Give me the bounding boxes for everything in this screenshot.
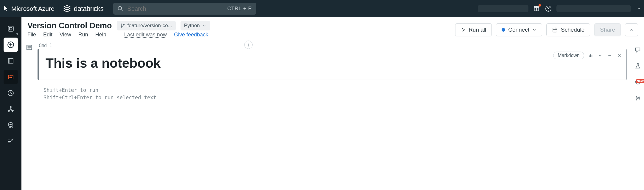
rail-workspace-browser[interactable] <box>4 54 18 68</box>
run-all-button[interactable]: Run all <box>455 23 492 36</box>
flask-icon <box>634 63 641 69</box>
toc-icon <box>26 44 32 51</box>
variables-icon <box>634 95 641 101</box>
databricks-logo[interactable]: databricks <box>63 5 104 13</box>
chevron-down-icon <box>532 28 536 32</box>
comment-icon <box>634 47 641 53</box>
schedule-button[interactable]: Schedule <box>546 23 590 36</box>
cell-minimize-icon[interactable] <box>607 52 613 58</box>
notebook-header: Version Control Demo feature/version-co.… <box>21 17 644 40</box>
rail-compute[interactable] <box>4 118 18 132</box>
add-cell-button[interactable]: ＋ <box>244 41 253 49</box>
connect-label: Connect <box>508 27 529 33</box>
experiments-panel-button[interactable] <box>634 62 642 70</box>
svg-point-20 <box>9 127 10 128</box>
rail-workflows[interactable] <box>4 134 18 149</box>
svg-point-19 <box>9 123 13 124</box>
divider <box>59 4 59 13</box>
run-hints: Shift+Enter to run Shift+Ctrl+Enter to r… <box>43 86 631 101</box>
svg-rect-10 <box>8 58 13 63</box>
new-badge: NEW <box>636 79 644 83</box>
svg-rect-6 <box>8 26 13 31</box>
svg-rect-35 <box>590 54 591 57</box>
notebook-title[interactable]: Version Control Demo <box>27 21 112 30</box>
git-branch-icon <box>120 23 125 28</box>
notification-dot-icon <box>539 4 541 7</box>
product-name: databricks <box>74 5 104 13</box>
azure-topbar: Microsoft Azure databricks CTRL + P <box>0 0 644 17</box>
run-hint-2: Shift+Ctrl+Enter to run selected text <box>43 94 631 101</box>
menu-file[interactable]: File <box>27 32 36 38</box>
svg-point-5 <box>548 10 549 10</box>
menu-help[interactable]: Help <box>95 32 106 38</box>
cell-actions-chevron-icon[interactable] <box>597 52 603 58</box>
svg-marker-18 <box>12 110 13 112</box>
svg-point-22 <box>12 127 13 128</box>
menu-run[interactable]: Run <box>78 32 88 38</box>
cell-command-label: Cmd 1 <box>39 43 631 48</box>
rail-workspace-switcher[interactable]: ▾ <box>4 21 18 36</box>
rail-repos[interactable] <box>4 70 18 84</box>
give-feedback-link[interactable]: Give feedback <box>174 32 208 38</box>
markdown-heading: This is a notebook <box>39 49 626 78</box>
cloud-provider-label: Microsoft Azure <box>11 5 55 12</box>
chevron-down-icon <box>202 24 206 28</box>
cell-close-icon[interactable] <box>616 52 622 58</box>
search-shortcut-hint: CTRL + P <box>227 6 252 12</box>
collapse-panel-button[interactable] <box>625 23 638 36</box>
git-branch-label: feature/version-co... <box>127 23 172 29</box>
cell-chart-icon[interactable] <box>588 52 594 58</box>
cell-language-pill[interactable]: Markdown <box>553 52 584 59</box>
variables-panel-button[interactable] <box>634 94 642 102</box>
comments-panel-button[interactable] <box>634 46 642 54</box>
play-icon <box>461 27 466 32</box>
cursor-icon <box>4 6 8 12</box>
last-edit-status[interactable]: Last edit was now <box>124 32 167 38</box>
svg-rect-26 <box>553 28 557 32</box>
rail-new-button[interactable] <box>4 38 18 52</box>
svg-line-1 <box>121 10 122 11</box>
menu-view[interactable]: View <box>60 32 71 38</box>
global-search[interactable]: CTRL + P <box>113 3 256 15</box>
run-hint-1: Shift+Enter to run <box>43 86 631 94</box>
svg-point-24 <box>121 27 122 27</box>
plus-icon: ＋ <box>246 41 251 48</box>
svg-point-0 <box>118 7 122 10</box>
user-menu-chevron-icon[interactable] <box>637 7 641 11</box>
svg-point-16 <box>10 106 11 108</box>
connect-button[interactable]: Connect <box>496 23 542 36</box>
notebook-cell[interactable]: Markdown This i <box>38 49 627 80</box>
user-email-redacted <box>556 5 631 12</box>
share-button[interactable]: Share <box>594 23 621 36</box>
language-label: Python <box>184 23 200 29</box>
svg-point-25 <box>123 24 124 25</box>
share-label: Share <box>600 27 615 33</box>
rail-data[interactable] <box>4 102 18 116</box>
chevron-up-icon <box>629 27 634 33</box>
svg-rect-34 <box>589 55 589 57</box>
left-nav-rail: ▾ <box>0 17 21 190</box>
search-input[interactable] <box>127 5 223 12</box>
menu-edit[interactable]: Edit <box>43 32 52 38</box>
calendar-icon <box>552 27 558 33</box>
schedule-label: Schedule <box>561 27 584 33</box>
rail-recents[interactable] <box>4 86 18 100</box>
svg-rect-17 <box>8 110 10 112</box>
search-icon <box>117 6 123 12</box>
svg-point-23 <box>121 24 122 25</box>
language-selector[interactable]: Python <box>181 21 210 30</box>
table-of-contents-toggle[interactable] <box>21 40 37 190</box>
svg-rect-36 <box>592 55 592 58</box>
svg-point-21 <box>10 127 11 128</box>
run-all-label: Run all <box>469 27 486 33</box>
git-branch-pill[interactable]: feature/version-co... <box>117 21 176 30</box>
right-side-rail: NEW <box>631 40 644 190</box>
whats-new-icon[interactable] <box>533 5 540 13</box>
help-icon[interactable] <box>545 5 552 13</box>
workspace-name-redacted <box>478 5 528 12</box>
cluster-status-dot-icon <box>502 28 505 32</box>
